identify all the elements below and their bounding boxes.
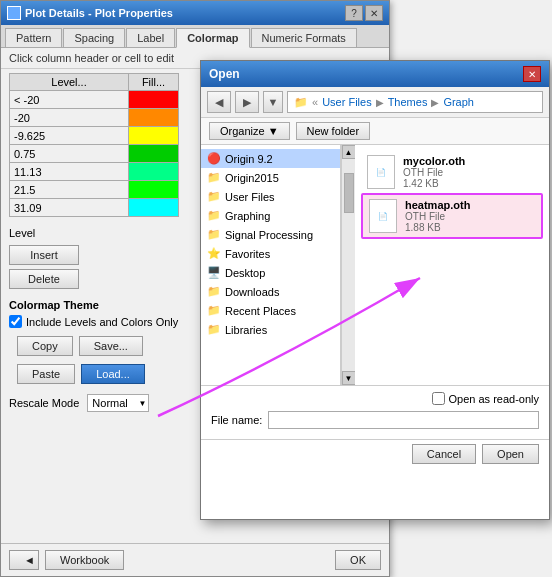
tree-item[interactable]: 📁Signal Processing <box>201 225 340 244</box>
colormap-table[interactable]: Level... Fill... < -20 -20 -9.625 0.75 1… <box>9 73 179 217</box>
nav-back-button[interactable]: ◀ <box>207 91 231 113</box>
tree-item-label: Desktop <box>225 267 265 279</box>
copy-button[interactable]: Copy <box>17 336 73 356</box>
fill-cell[interactable] <box>129 91 179 109</box>
tab-pattern[interactable]: Pattern <box>5 28 62 47</box>
scroll-up-arrow[interactable]: ▲ <box>342 145 356 159</box>
close-button[interactable]: ✕ <box>365 5 383 21</box>
table-row[interactable]: -20 <box>10 109 179 127</box>
tab-label[interactable]: Label <box>126 28 175 47</box>
file-item[interactable]: 📄 mycolor.oth OTH File 1.42 KB <box>361 151 543 193</box>
fill-cell[interactable] <box>129 199 179 217</box>
level-cell[interactable]: 21.5 <box>10 181 129 199</box>
tree-item-label: Favorites <box>225 248 270 260</box>
file-size: 1.42 KB <box>403 178 465 189</box>
fill-cell[interactable] <box>129 145 179 163</box>
rescale-wrapper[interactable]: Normal <box>87 394 149 412</box>
file-size: 1.88 KB <box>405 222 470 233</box>
organize-button[interactable]: Organize ▼ <box>209 122 290 140</box>
breadcrumb-path[interactable]: 📁 « User Files ▶ Themes ▶ Graph <box>287 91 543 113</box>
level-cell[interactable]: -9.625 <box>10 127 129 145</box>
scroll-thumb[interactable] <box>344 173 354 213</box>
tab-colormap[interactable]: Colormap <box>176 28 249 48</box>
nav-forward-button[interactable]: ▶ <box>235 91 259 113</box>
filename-input[interactable] <box>268 411 539 429</box>
table-row[interactable]: 21.5 <box>10 181 179 199</box>
table-row[interactable]: 11.13 <box>10 163 179 181</box>
rescale-dropdown[interactable]: Normal <box>87 394 149 412</box>
table-row[interactable]: < -20 <box>10 91 179 109</box>
breadcrumb-arrow-1: ▶ <box>376 97 384 108</box>
table-row[interactable]: 31.09 <box>10 199 179 217</box>
level-cell[interactable]: -20 <box>10 109 129 127</box>
dialog-action-row: Cancel Open <box>201 439 549 468</box>
folder-icon: 📁 <box>207 323 221 336</box>
level-cell[interactable]: 31.09 <box>10 199 129 217</box>
file-name: heatmap.oth <box>405 199 470 211</box>
insert-button[interactable]: Insert <box>9 245 79 265</box>
fill-cell[interactable] <box>129 163 179 181</box>
help-button[interactable]: ? <box>345 5 363 21</box>
breadcrumb-part-3[interactable]: Graph <box>443 96 474 108</box>
level-cell[interactable]: 0.75 <box>10 145 129 163</box>
delete-button[interactable]: Delete <box>9 269 79 289</box>
fill-header[interactable]: Fill... <box>129 74 179 91</box>
tree-item-label: Signal Processing <box>225 229 313 241</box>
tree-item[interactable]: 📁Graphing <box>201 206 340 225</box>
folder-tree: 🔴Origin 9.2📁Origin2015📁User Files📁Graphi… <box>201 145 341 385</box>
cancel-button[interactable]: Cancel <box>412 444 476 464</box>
tree-item[interactable]: 📁Libraries <box>201 320 340 339</box>
tab-numeric-formats[interactable]: Numeric Formats <box>251 28 357 47</box>
tree-item[interactable]: 📁Downloads <box>201 282 340 301</box>
fill-cell[interactable] <box>129 127 179 145</box>
workbook-button[interactable]: Workbook <box>45 550 124 570</box>
breadcrumb-bar: ◀ ▶ ▼ 📁 « User Files ▶ Themes ▶ Graph <box>201 87 549 118</box>
include-checkbox[interactable] <box>9 315 22 328</box>
paste-button[interactable]: Paste <box>17 364 75 384</box>
filename-row: File name: <box>211 411 539 429</box>
level-cell[interactable]: < -20 <box>10 91 129 109</box>
file-info: heatmap.oth OTH File 1.88 KB <box>405 199 470 233</box>
file-item[interactable]: 📄 heatmap.oth OTH File 1.88 KB <box>361 193 543 239</box>
breadcrumb-part-2[interactable]: Themes <box>388 96 428 108</box>
save-button[interactable]: Save... <box>79 336 143 356</box>
tab-spacing[interactable]: Spacing <box>63 28 125 47</box>
folder-tree-scrollbar[interactable]: ▲ ▼ <box>341 145 355 385</box>
dialog-title-text: Open <box>209 67 240 81</box>
level-cell[interactable]: 11.13 <box>10 163 129 181</box>
tree-item[interactable]: 📁Recent Places <box>201 301 340 320</box>
ok-button[interactable]: OK <box>335 550 381 570</box>
tree-item[interactable]: 📁User Files <box>201 187 340 206</box>
tree-item[interactable]: 🖥️Desktop <box>201 263 340 282</box>
level-header[interactable]: Level... <box>10 74 129 91</box>
tree-item[interactable]: 🔴Origin 9.2 <box>201 149 340 168</box>
organize-chevron-icon: ▼ <box>268 125 279 137</box>
tree-item[interactable]: 📁Origin2015 <box>201 168 340 187</box>
scroll-down-arrow[interactable]: ▼ <box>342 371 356 385</box>
dialog-close-button[interactable]: ✕ <box>523 66 541 82</box>
dialog-title-bar: Open ✕ <box>201 61 549 87</box>
load-button[interactable]: Load... <box>81 364 145 384</box>
folder-icon: 📁 <box>207 171 221 184</box>
breadcrumb-part-1[interactable]: User Files <box>322 96 372 108</box>
fill-cell[interactable] <box>129 181 179 199</box>
file-list: 📄 mycolor.oth OTH File 1.42 KB 📄 heatmap… <box>355 145 549 385</box>
breadcrumb-icon: 📁 <box>294 96 308 109</box>
back-button[interactable]: ◄ <box>9 550 39 570</box>
title-bar-left: Plot Details - Plot Properties <box>7 6 173 20</box>
nav-up-button[interactable]: ▼ <box>263 91 283 113</box>
dialog-open-button[interactable]: Open <box>482 444 539 464</box>
folder-icon: 📁 <box>207 285 221 298</box>
table-row[interactable]: -9.625 <box>10 127 179 145</box>
tree-item-label: Libraries <box>225 324 267 336</box>
folder-icon: 🖥️ <box>207 266 221 279</box>
tree-item[interactable]: ⭐Favorites <box>201 244 340 263</box>
dialog-bottom: Open as read-only File name: <box>201 385 549 439</box>
readonly-check-row: Open as read-only <box>211 392 539 405</box>
file-type: OTH File <box>405 211 470 222</box>
file-name: mycolor.oth <box>403 155 465 167</box>
table-row[interactable]: 0.75 <box>10 145 179 163</box>
fill-cell[interactable] <box>129 109 179 127</box>
new-folder-button[interactable]: New folder <box>296 122 371 140</box>
readonly-checkbox[interactable] <box>432 392 445 405</box>
